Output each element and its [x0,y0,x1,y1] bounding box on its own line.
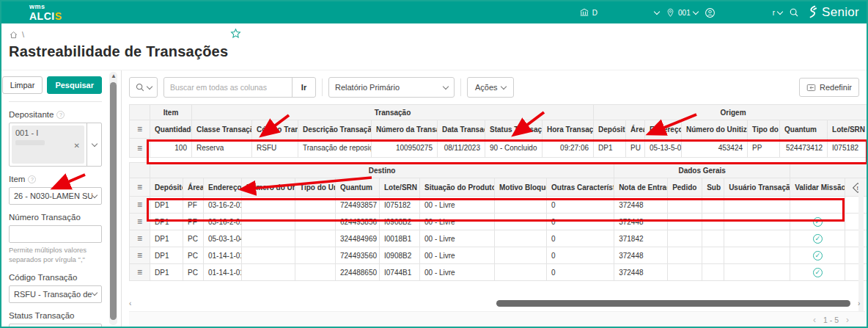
help-icon[interactable]: ? [28,175,36,183]
search-icon [789,7,799,18]
group-header: Transação [192,105,594,120]
row-menu-icon[interactable]: ≡ [130,230,150,247]
user-menu[interactable] [705,7,716,18]
column-header[interactable]: Tipo do Uniti [295,178,336,197]
column-header[interactable]: Lote/SRN [380,178,420,197]
scroll-right-arrow[interactable]: › [858,299,864,307]
row-menu-icon[interactable]: ≡ [130,247,150,264]
column-header[interactable]: Endereço [204,178,242,197]
actions-button[interactable]: Ações [467,77,514,98]
column-header[interactable]: Classe Transação.. [192,120,252,139]
column-header[interactable]: Quantum [780,120,828,139]
table-cell [495,264,547,281]
wms-alcis-logo[interactable]: wmsALCIS [29,4,62,22]
codigo-transacao-label: Código Transação [9,273,102,282]
next-page-arrow[interactable]: › [846,315,849,325]
table-cell: 05-13-5-02 [645,139,682,158]
column-header[interactable]: Hora Transação.. [542,120,594,139]
star-icon [230,28,241,39]
page-range: 1 - 5 [823,316,839,324]
home-icon[interactable] [9,30,18,40]
column-header[interactable]: Depósito.. [150,178,183,197]
global-search-button[interactable] [789,7,799,18]
chevron-down-icon [443,83,449,89]
chevron-down-icon[interactable] [654,8,660,14]
column-header[interactable]: Status Transação [485,120,542,139]
scrollbar-track[interactable] [135,300,858,307]
table-row[interactable]: ≡DP1PF03-16-2-01624493856I0908B200 - Liv… [130,214,868,230]
table-cell: 324484969 [336,230,380,247]
table-row[interactable]: ≡DP1PC01-14-1-01724493560I0908B200 - Liv… [130,247,868,264]
company-label: D [592,9,597,17]
remove-chip-icon[interactable]: ✕ [74,142,80,150]
column-header[interactable]: Descrição Transação [298,120,372,139]
table-cell [724,214,790,230]
grid-toolbar: Ir Relatório Primário Ações Redefinir [129,76,859,98]
scroll-up-arrow[interactable]: ▲ [111,73,117,79]
scrollbar-thumb[interactable] [496,300,850,307]
profile-selector[interactable]: r [773,9,782,17]
column-header[interactable]: Número do Unitiz [242,178,295,197]
company-selector[interactable]: D [579,7,597,18]
help-icon[interactable]: ? [56,111,65,119]
clear-button[interactable]: Limpar [2,76,43,94]
codigo-transacao-select[interactable]: RSFU - Transação de r [9,285,102,303]
column-header[interactable]: Área. [626,120,645,139]
report-select[interactable]: Relatório Primário [328,77,455,98]
branch-selector[interactable]: 001 [666,8,698,18]
column-header[interactable]: Outras Características.. [547,178,614,197]
reset-button[interactable]: Redefinir [799,78,859,97]
numero-transacao-input[interactable] [9,225,102,243]
search-scope-button[interactable] [129,77,158,98]
depositante-multiselect[interactable]: 001 - I ✕ [9,123,102,167]
origin-transaction-table: ItemTransaçãoOrigem≡QuantidadeClasse Tra… [129,104,868,158]
column-header[interactable]: Usuário Transação [724,178,790,197]
column-header[interactable]: Área.. [183,178,204,197]
column-header[interactable]: Validar Missão [790,178,845,197]
table-row[interactable]: ≡100ReservaRSFUTransação de reposição pi… [130,139,868,158]
table-row[interactable]: ≡DP1PC01-14-1-01224488650I0744B100 - Liv… [130,264,868,281]
row-menu-icon[interactable]: ≡ [130,139,150,158]
column-header[interactable]: Quantum [336,178,380,197]
grid-search-box: Ir [163,77,316,98]
row-menu-icon[interactable]: ≡ [130,214,150,230]
column-header[interactable]: Tipo do U [748,120,780,139]
column-header[interactable]: Lote/SRN [828,120,868,139]
table-row[interactable]: ≡DP1PF03-16-2-01724493857I07518200 - Liv… [130,197,868,214]
grid-search-input[interactable] [164,83,292,92]
column-header[interactable]: Nota de Entrada [614,178,668,197]
search-button[interactable]: Pesquisar [47,76,102,94]
scrollbar-thumb[interactable] [110,82,117,320]
redacted-text [15,140,45,145]
column-header[interactable]: ! [845,178,868,197]
column-header[interactable]: Endereço [645,120,682,139]
go-button[interactable]: Ir [292,78,315,97]
row-menu-icon[interactable]: ≡ [130,264,150,281]
column-header[interactable]: Situação do Produto [420,178,495,197]
table-cell: DP1 [150,197,183,214]
column-header[interactable]: Pedido [668,178,702,197]
prev-page-arrow[interactable]: ‹ [813,315,816,325]
column-header[interactable]: Quantidade [150,120,192,139]
column-header[interactable]: Número do Unitizado [682,120,748,139]
column-header[interactable]: Número da Transaç [372,120,438,139]
column-header[interactable]: Código Trans [252,120,298,139]
item-select[interactable]: 26 - N030-LAMEN SU [9,187,102,205]
dropdown-toggle[interactable] [87,123,101,166]
column-header[interactable]: Data Transação..↓ [438,120,485,139]
table-cell: DP1 [150,247,183,264]
column-header[interactable]: Sub [702,178,724,197]
column-header[interactable]: Motivo Bloqueio [495,178,547,197]
table-cell: DP1 [150,264,183,281]
favorite-star-button[interactable] [230,28,241,39]
scroll-left-arrow[interactable]: ‹ [129,299,135,307]
menu-icon[interactable]: ≡ [130,120,150,139]
menu-icon[interactable]: ≡ [130,178,150,197]
sidebar-scrollbar[interactable]: ▲ [109,72,117,325]
status-transacao-input[interactable] [9,324,102,328]
table-row[interactable]: ≡DP1PC05-03-1-04324484969I0018B100 - Liv… [130,230,868,247]
top-bar: wmsALCIS D 001 r [1,1,867,23]
row-menu-icon[interactable]: ≡ [130,197,150,214]
horizontal-scrollbar[interactable]: ‹ › [129,299,864,308]
column-header[interactable]: Depósito [594,120,626,139]
